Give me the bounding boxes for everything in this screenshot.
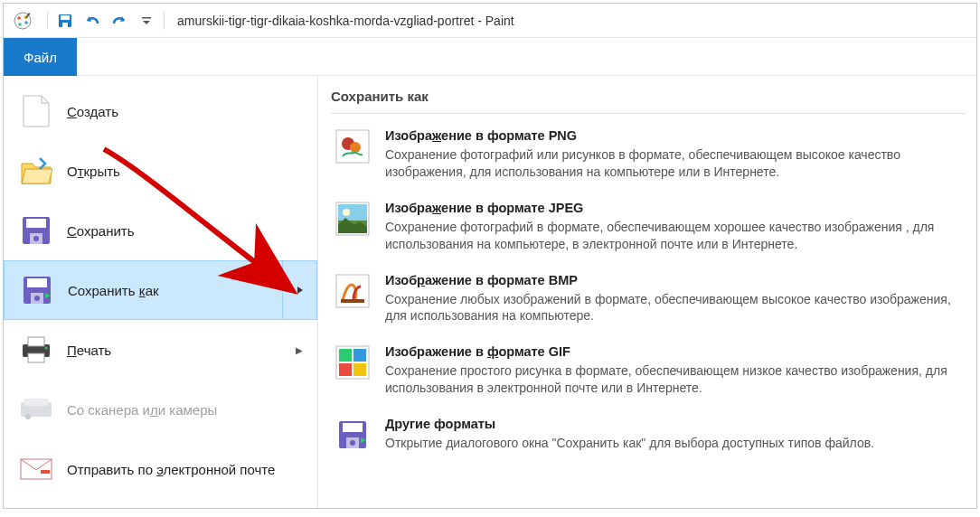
menu-label: Открыть (67, 164, 120, 179)
paint-app-icon (13, 11, 33, 31)
menu-open[interactable]: Открыть (4, 141, 317, 201)
svg-rect-11 (26, 219, 46, 228)
svg-point-13 (33, 236, 39, 241)
svg-rect-35 (341, 299, 364, 303)
format-description: Сохранение фотографий в формате, обеспеч… (385, 219, 962, 253)
undo-button[interactable] (80, 8, 105, 33)
format-description: Сохранение фотографий или рисунков в фор… (385, 146, 962, 181)
scanner-icon (18, 391, 54, 428)
menu-create[interactable]: Создать (4, 81, 317, 141)
other-formats-icon (335, 417, 371, 453)
svg-rect-23 (24, 399, 48, 406)
svg-rect-26 (41, 470, 50, 474)
menu-send-email[interactable]: Отправить по электронной почте (4, 439, 317, 499)
menu-label: Отправить по электронной почте (67, 462, 275, 477)
save-quick-button[interactable] (52, 8, 78, 33)
svg-rect-20 (28, 353, 44, 362)
titlebar: amurskii-tigr-tigr-dikaia-koshka-morda-v… (4, 4, 976, 38)
new-file-icon (18, 93, 54, 129)
svg-point-17 (34, 296, 40, 301)
save-as-panel: Сохранить как Изображение в формате PNG … (318, 76, 976, 508)
svg-rect-7 (61, 15, 70, 20)
svg-rect-19 (28, 337, 44, 346)
format-title: Другие форматы (385, 417, 962, 431)
format-title: Изображение в формате BMP (385, 273, 962, 287)
format-title: Изображение в формате GIF (385, 344, 962, 359)
jpeg-icon (335, 201, 371, 237)
format-description: Открытие диалогового окна "Сохранить как… (385, 435, 962, 452)
menu-save[interactable]: Сохранить (4, 201, 317, 260)
svg-point-44 (350, 440, 355, 446)
svg-point-21 (45, 347, 48, 350)
folder-open-icon (18, 153, 54, 189)
svg-rect-42 (343, 423, 363, 432)
svg-point-33 (343, 209, 350, 216)
svg-rect-31 (338, 204, 367, 221)
format-other[interactable]: Другие форматы Открытие диалогового окна… (331, 409, 966, 465)
svg-rect-38 (353, 349, 366, 362)
file-menu-left: Создать Открыть Сохранить Сохранить как (4, 76, 318, 508)
format-bmp[interactable]: Изображение в формате BMP Сохранение люб… (331, 266, 966, 338)
svg-point-3 (24, 21, 28, 24)
svg-point-29 (350, 142, 361, 153)
menu-label: Сохранить (67, 223, 135, 239)
file-menu: Создать Открыть Сохранить Сохранить как (4, 76, 976, 508)
svg-point-24 (25, 414, 31, 419)
svg-rect-39 (339, 363, 352, 376)
menu-label: Печать (67, 343, 111, 358)
format-title: Изображение в формате JPEG (385, 201, 962, 215)
submenu-arrow-icon[interactable] (282, 261, 316, 319)
format-gif[interactable]: Изображение в формате GIF Сохранение про… (331, 337, 966, 409)
email-icon (18, 451, 54, 487)
svg-rect-15 (27, 278, 47, 287)
window-title: amurskii-tigr-tigr-dikaia-koshka-morda-v… (177, 14, 514, 28)
format-png[interactable]: Изображение в формате PNG Сохранение фот… (331, 121, 966, 193)
menu-label: Со сканера или камеры (67, 402, 217, 418)
menu-label: Создать (67, 104, 118, 119)
printer-icon (18, 332, 54, 368)
format-description: Сохранение любых изображений в формате, … (385, 291, 962, 325)
menu-save-as[interactable]: Сохранить как (4, 260, 317, 320)
menu-label: Сохранить как (68, 283, 159, 298)
svg-rect-9 (142, 17, 151, 19)
panel-title: Сохранить как (331, 83, 966, 114)
svg-point-4 (18, 23, 22, 26)
customize-qat-button[interactable] (134, 8, 159, 33)
png-icon (335, 128, 371, 164)
format-jpeg[interactable]: Изображение в формате JPEG Сохранение фо… (331, 193, 966, 266)
bmp-icon (335, 273, 371, 309)
svg-point-1 (17, 16, 21, 20)
menu-print[interactable]: Печать ▶ (4, 320, 317, 380)
format-description: Сохранение простого рисунка в формате, о… (385, 362, 962, 397)
redo-button[interactable] (107, 8, 132, 33)
save-icon (18, 212, 54, 249)
menu-from-scanner: Со сканера или камеры (4, 380, 317, 439)
svg-rect-37 (339, 349, 352, 362)
file-tab[interactable]: Файл (4, 38, 77, 76)
paint-window: amurskii-tigr-tigr-dikaia-koshka-morda-v… (3, 3, 977, 509)
ribbon-tabs: Файл (4, 38, 976, 76)
save-as-icon (19, 272, 55, 308)
gif-icon (335, 344, 371, 381)
svg-rect-8 (62, 23, 68, 27)
svg-rect-40 (353, 363, 366, 376)
format-title: Изображение в формате PNG (385, 128, 962, 143)
submenu-arrow-icon: ▶ (296, 345, 303, 355)
